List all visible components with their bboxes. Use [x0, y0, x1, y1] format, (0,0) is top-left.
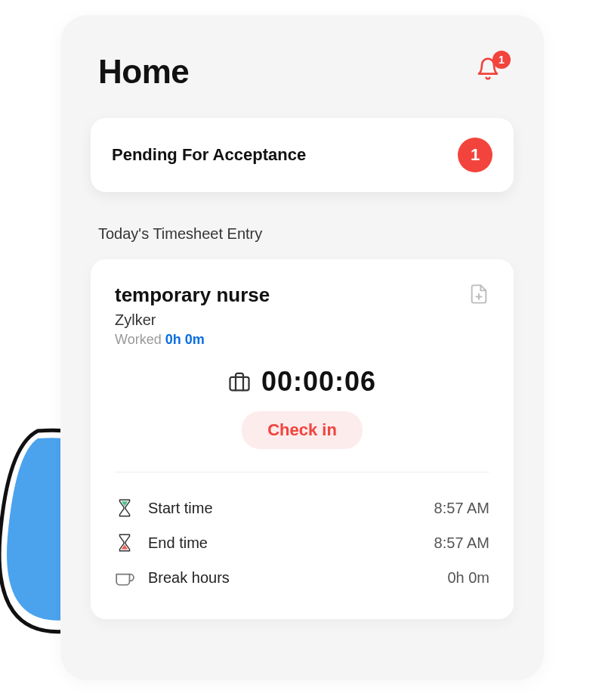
hourglass-end-icon — [115, 533, 134, 553]
break-hours-label: Break hours — [148, 569, 447, 587]
start-time-label: Start time — [148, 500, 434, 517]
notification-badge: 1 — [492, 51, 511, 69]
worked-label: Worked — [115, 332, 165, 347]
job-header: temporary nurse — [115, 283, 489, 307]
end-time-row: End time 8:57 AM — [115, 525, 489, 560]
timer-row: 00:00:06 — [115, 366, 489, 398]
start-time-row: Start time 8:57 AM — [115, 491, 489, 525]
break-hours-value: 0h 0m — [447, 569, 489, 587]
company-name: Zylker — [115, 311, 489, 329]
worked-duration: Worked 0h 0m — [115, 332, 489, 348]
pending-title: Pending For Acceptance — [112, 145, 306, 165]
checkin-button[interactable]: Check in — [242, 411, 363, 449]
job-title: temporary nurse — [115, 283, 270, 307]
worked-value: 0h 0m — [165, 332, 205, 347]
start-time-value: 8:57 AM — [434, 500, 489, 517]
page-title: Home — [98, 53, 189, 91]
coffee-icon — [115, 568, 134, 587]
pending-count-badge: 1 — [458, 138, 492, 172]
end-time-label: End time — [148, 534, 434, 552]
home-screen: Home 1 Pending For Acceptance 1 Today's … — [60, 15, 544, 680]
timesheet-card: temporary nurse Zylker Worked 0h 0m 00:0… — [91, 259, 514, 619]
notifications-button[interactable]: 1 — [476, 57, 506, 87]
end-time-value: 8:57 AM — [434, 534, 489, 552]
timer-value: 00:00:06 — [261, 366, 376, 398]
header-row: Home 1 — [91, 53, 514, 91]
break-hours-row: Break hours 0h 0m — [115, 560, 489, 595]
divider — [115, 472, 489, 472]
hourglass-start-icon — [115, 498, 134, 518]
briefcase-icon — [228, 370, 251, 393]
svg-rect-4 — [230, 377, 249, 391]
add-document-icon[interactable] — [468, 283, 489, 305]
timesheet-section-label: Today's Timesheet Entry — [91, 225, 514, 243]
pending-acceptance-card[interactable]: Pending For Acceptance 1 — [91, 118, 514, 192]
